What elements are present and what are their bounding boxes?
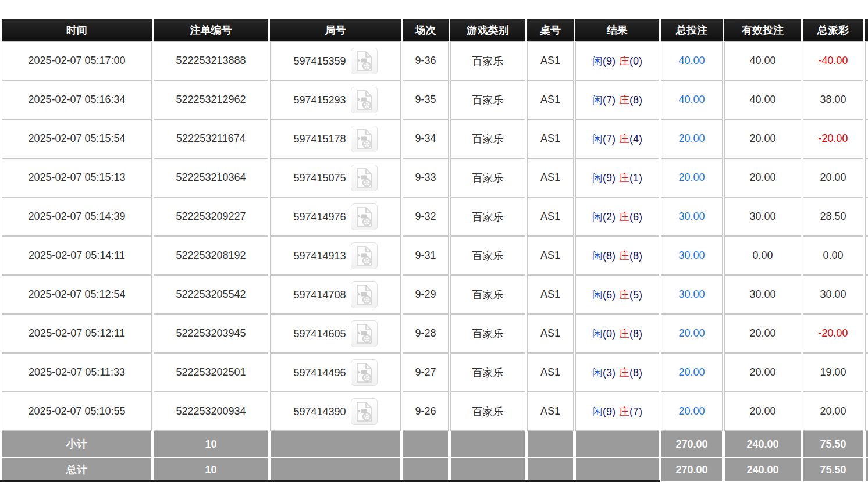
round-number: 597414605 bbox=[293, 327, 346, 339]
cell-bet-id: 522253205542 bbox=[154, 275, 268, 314]
cell-total-bet: 20.00 bbox=[661, 353, 723, 392]
round-number: 597414496 bbox=[293, 366, 346, 378]
cell-time: 2025-02-07 05:14:39 bbox=[2, 197, 152, 236]
footer-empty-cell bbox=[403, 458, 449, 482]
result-player-score: (7) bbox=[603, 133, 616, 145]
cell-session: 9-27 bbox=[403, 353, 449, 392]
footer-empty-cell bbox=[865, 431, 868, 458]
cell-valid-bet: 30.00 bbox=[724, 275, 801, 314]
result-player-score: (2) bbox=[603, 211, 616, 223]
cell-total-bet: 30.00 bbox=[661, 197, 723, 236]
video-replay-button[interactable] bbox=[351, 165, 378, 191]
grand-total-row: 总计 10 270.00 240.00 75.50 bbox=[2, 458, 868, 482]
table-row: 2025-02-07 05:11:33 522253202501 5974144… bbox=[2, 353, 868, 392]
cell-total-bet: 20.00 bbox=[661, 392, 723, 431]
cell-total-bet: 20.00 bbox=[661, 158, 723, 197]
cell-round: 597415293 bbox=[270, 80, 401, 119]
result-banker-score: (8) bbox=[629, 250, 642, 262]
result-banker-score: (6) bbox=[629, 211, 642, 223]
video-file-icon bbox=[355, 246, 373, 266]
column-header-valid-bet: 有效投注 bbox=[724, 19, 801, 41]
cell-table-no: AS1 bbox=[527, 392, 574, 431]
result-player-score: (0) bbox=[603, 328, 616, 340]
footer-empty-cell bbox=[270, 458, 401, 482]
cell-session: 9-29 bbox=[403, 275, 449, 314]
cell-valid-bet: 30.00 bbox=[724, 197, 801, 236]
cell-round: 597414605 bbox=[270, 314, 401, 353]
result-banker-label: 庄 bbox=[619, 211, 629, 223]
result-banker-score: (4) bbox=[629, 133, 642, 145]
cell-time: 2025-02-07 05:16:34 bbox=[2, 80, 152, 119]
cell-result: 闲(9)庄(0) bbox=[575, 41, 659, 80]
cell-total-payout: 20.00 bbox=[803, 392, 863, 431]
video-replay-button[interactable] bbox=[351, 398, 378, 425]
cell-session: 9-35 bbox=[403, 80, 449, 119]
cell-game-type: 百家乐 bbox=[450, 314, 525, 353]
cell-valid-bet: 20.00 bbox=[724, 353, 801, 392]
cell-game-type: 百家乐 bbox=[450, 41, 525, 80]
video-replay-button[interactable] bbox=[351, 359, 378, 386]
cell-valid-bet: 0.00 bbox=[724, 236, 801, 275]
column-header-table-no: 桌号 bbox=[527, 19, 574, 41]
round-number: 597415075 bbox=[293, 172, 346, 183]
round-number: 597414913 bbox=[293, 249, 346, 261]
result-banker-label: 庄 bbox=[619, 328, 629, 340]
column-header-session: 场次 bbox=[403, 19, 449, 41]
video-replay-button[interactable] bbox=[351, 281, 378, 308]
video-file-icon bbox=[355, 90, 373, 110]
result-banker-score: (5) bbox=[629, 289, 642, 301]
result-player-label: 闲 bbox=[592, 367, 603, 379]
cell-clipped bbox=[865, 158, 868, 197]
cell-result: 闲(0)庄(8) bbox=[575, 314, 659, 353]
result-banker-label: 庄 bbox=[619, 172, 629, 184]
cell-round: 597414976 bbox=[270, 197, 401, 236]
video-replay-button[interactable] bbox=[351, 203, 378, 230]
cell-game-type: 百家乐 bbox=[450, 197, 525, 236]
cell-table-no: AS1 bbox=[527, 41, 574, 80]
table-row: 2025-02-07 05:10:55 522253200934 5974143… bbox=[2, 392, 868, 431]
cell-total-payout: -20.00 bbox=[803, 119, 863, 158]
video-file-icon bbox=[355, 402, 373, 422]
cell-game-type: 百家乐 bbox=[450, 158, 525, 197]
cell-session: 9-31 bbox=[403, 236, 449, 275]
cell-result: 闲(7)庄(8) bbox=[575, 80, 659, 119]
cell-time: 2025-02-07 05:15:13 bbox=[2, 158, 152, 197]
cell-total-payout: 30.00 bbox=[803, 275, 863, 314]
cell-clipped bbox=[865, 314, 868, 353]
result-banker-score: (7) bbox=[629, 406, 642, 417]
table-row: 2025-02-07 05:14:39 522253209227 5974149… bbox=[2, 197, 868, 236]
footer-empty-cell bbox=[575, 458, 659, 482]
cell-result: 闲(7)庄(4) bbox=[575, 119, 659, 158]
result-player-label: 闲 bbox=[592, 250, 603, 262]
bet-history-page: 时间 注单编号 局号 场次 游戏类别 桌号 结果 总投注 有效投注 总派彩 20… bbox=[0, 0, 868, 482]
footer-empty-cell bbox=[865, 458, 868, 482]
video-replay-button[interactable] bbox=[351, 126, 378, 152]
video-file-icon bbox=[355, 324, 373, 344]
subtotal-total-bet: 270.00 bbox=[661, 431, 723, 458]
round-number: 597414390 bbox=[293, 405, 346, 417]
cell-clipped bbox=[865, 41, 868, 80]
video-replay-button[interactable] bbox=[351, 242, 378, 269]
cell-table-no: AS1 bbox=[527, 158, 574, 197]
round-number: 597415359 bbox=[293, 55, 346, 66]
grand-total-count: 10 bbox=[154, 458, 268, 482]
video-replay-button[interactable] bbox=[351, 48, 378, 74]
video-replay-button[interactable] bbox=[351, 320, 378, 347]
result-banker-score: (1) bbox=[629, 172, 642, 184]
cell-total-payout: 38.00 bbox=[803, 80, 863, 119]
round-number: 597415293 bbox=[293, 94, 346, 105]
cell-bet-id: 522253210364 bbox=[154, 158, 268, 197]
cell-result: 闲(9)庄(7) bbox=[575, 392, 659, 431]
result-player-label: 闲 bbox=[592, 94, 603, 106]
video-file-icon bbox=[355, 168, 373, 188]
round-number: 597415178 bbox=[293, 133, 346, 144]
cell-clipped bbox=[865, 197, 868, 236]
cell-bet-id: 522253202501 bbox=[154, 353, 268, 392]
cell-clipped bbox=[865, 353, 868, 392]
cell-game-type: 百家乐 bbox=[450, 80, 525, 119]
video-replay-button[interactable] bbox=[351, 87, 378, 113]
table-row: 2025-02-07 05:16:34 522253212962 5974152… bbox=[2, 80, 868, 119]
column-header-result: 结果 bbox=[575, 19, 659, 41]
cell-bet-id: 522253211674 bbox=[154, 119, 268, 158]
cell-round: 597414496 bbox=[270, 353, 401, 392]
